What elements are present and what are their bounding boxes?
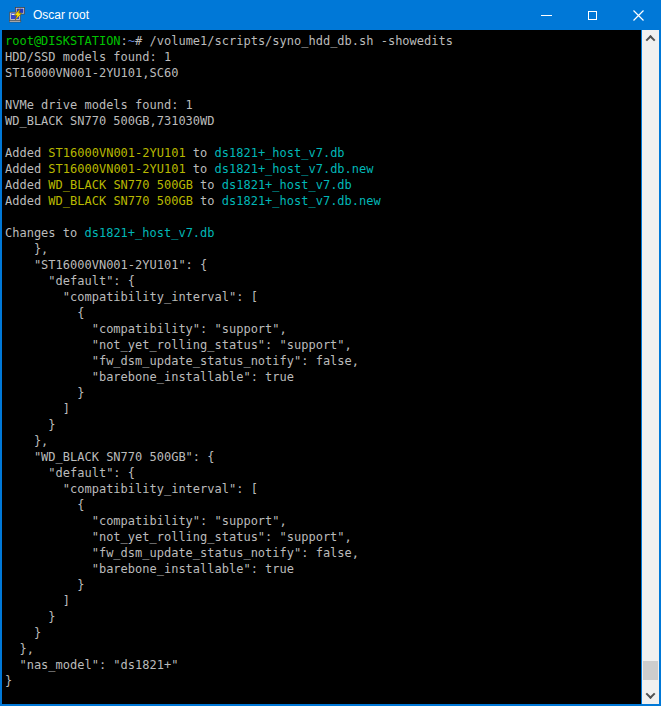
terminal-text-segment bbox=[5, 82, 12, 96]
scrollbar-down-button[interactable] bbox=[642, 687, 659, 704]
terminal-line: }, bbox=[5, 433, 641, 449]
close-button[interactable] bbox=[615, 0, 661, 30]
terminal-line: } bbox=[5, 417, 641, 433]
terminal-text-segment: "compatibility": "support", bbox=[5, 514, 287, 528]
terminal-text-segment: "not_yet_rolling_status": "support", bbox=[5, 530, 352, 544]
terminal-line: } bbox=[5, 385, 641, 401]
putty-app-icon bbox=[9, 7, 25, 23]
terminal-text-segment: } bbox=[5, 418, 56, 432]
maximize-icon bbox=[588, 11, 597, 20]
terminal-text-segment: ds1821+_host_v7.db bbox=[215, 146, 345, 160]
scrollbar-track[interactable] bbox=[642, 47, 659, 687]
titlebar[interactable]: Oscar root bbox=[0, 0, 661, 30]
terminal-text-segment: Added bbox=[5, 178, 48, 192]
terminal-text-segment: ds1821+_host_v7.db.new bbox=[222, 194, 381, 208]
terminal-text-segment: "barebone_installable": true bbox=[5, 370, 294, 384]
terminal-line: "not_yet_rolling_status": "support", bbox=[5, 529, 641, 545]
terminal-line: ST16000VN001-2YU101,SC60 bbox=[5, 65, 641, 81]
terminal-line: } bbox=[5, 577, 641, 593]
scrollbar-thumb[interactable] bbox=[643, 661, 658, 680]
scrollbar[interactable] bbox=[641, 30, 659, 704]
terminal-text-segment: ST16000VN001-2YU101,SC60 bbox=[5, 66, 178, 80]
terminal-line: } bbox=[5, 673, 641, 689]
terminal-line: "compatibility": "support", bbox=[5, 513, 641, 529]
terminal-line: Added WD_BLACK SN770 500GB to ds1821+_ho… bbox=[5, 193, 641, 209]
window-controls bbox=[523, 0, 661, 30]
terminal-text-segment: "compatibility_interval": [ bbox=[5, 290, 258, 304]
terminal-text-segment: Added bbox=[5, 194, 48, 208]
scrollbar-up-button[interactable] bbox=[642, 30, 659, 47]
terminal-text-segment: ds1821+_host_v7.db.new bbox=[215, 162, 374, 176]
terminal-line: "default": { bbox=[5, 273, 641, 289]
terminal-text-segment: WD_BLACK SN770 500GB,731030WD bbox=[5, 114, 215, 128]
terminal-line: "barebone_installable": true bbox=[5, 369, 641, 385]
terminal-line: { bbox=[5, 305, 641, 321]
terminal-text-segment: } bbox=[5, 578, 84, 592]
terminal-text-segment: } bbox=[5, 610, 56, 624]
terminal-line: }, bbox=[5, 241, 641, 257]
terminal-line: "ST16000VN001-2YU101": { bbox=[5, 257, 641, 273]
terminal-line: }, bbox=[5, 641, 641, 657]
terminal-line: HDD/SSD models found: 1 bbox=[5, 49, 641, 65]
terminal-output[interactable]: root@DISKSTATION:~# /volume1/scripts/syn… bbox=[2, 30, 641, 704]
terminal-line: Added WD_BLACK SN770 500GB to ds1821+_ho… bbox=[5, 177, 641, 193]
terminal-line: "compatibility": "support", bbox=[5, 321, 641, 337]
terminal-text-segment: ST16000VN001-2YU101 bbox=[48, 146, 185, 160]
maximize-button[interactable] bbox=[569, 0, 615, 30]
terminal-line: root@DISKSTATION:~# /volume1/scripts/syn… bbox=[5, 33, 641, 49]
window-body: root@DISKSTATION:~# /volume1/scripts/syn… bbox=[0, 30, 661, 706]
terminal-text-segment: "not_yet_rolling_status": "support", bbox=[5, 338, 352, 352]
terminal-line: Changes to ds1821+_host_v7.db bbox=[5, 225, 641, 241]
terminal-text-segment: HDD/SSD models found: 1 bbox=[5, 50, 171, 64]
terminal-text-segment bbox=[5, 210, 12, 224]
terminal-text-segment: : bbox=[121, 34, 128, 48]
terminal-line: Added ST16000VN001-2YU101 to ds1821+_hos… bbox=[5, 145, 641, 161]
terminal-text-segment: Changes to bbox=[5, 226, 84, 240]
terminal-line: ] bbox=[5, 401, 641, 417]
terminal-text-segment bbox=[5, 130, 12, 144]
terminal-text-segment: to bbox=[193, 194, 222, 208]
terminal-text-segment: } bbox=[5, 674, 12, 688]
terminal-text-segment: ds1821+_host_v7.db bbox=[84, 226, 214, 240]
terminal-line: "barebone_installable": true bbox=[5, 561, 641, 577]
terminal-text-segment: # /volume1/scripts/syno_hdd_db.sh -showe… bbox=[135, 34, 453, 48]
terminal-text-segment: ~ bbox=[128, 34, 135, 48]
close-icon bbox=[633, 10, 644, 21]
terminal-text-segment: } bbox=[5, 386, 84, 400]
terminal-line: } bbox=[5, 609, 641, 625]
terminal-text-segment: "ST16000VN001-2YU101": { bbox=[5, 258, 207, 272]
terminal-text-segment: ds1821+_host_v7.db bbox=[222, 178, 352, 192]
terminal-line: "compatibility_interval": [ bbox=[5, 289, 641, 305]
minimize-button[interactable] bbox=[523, 0, 569, 30]
terminal-text-segment: WD_BLACK SN770 500GB bbox=[48, 194, 193, 208]
terminal-text-segment: to bbox=[186, 146, 215, 160]
terminal-line bbox=[5, 81, 641, 97]
terminal-line: "nas_model": "ds1821+" bbox=[5, 657, 641, 673]
terminal-text-segment: "fw_dsm_update_status_notify": false, bbox=[5, 354, 359, 368]
terminal-line: "compatibility_interval": [ bbox=[5, 481, 641, 497]
terminal-text-segment: to bbox=[193, 178, 222, 192]
terminal-text-segment: }, bbox=[5, 242, 48, 256]
terminal-text-segment: Added bbox=[5, 146, 48, 160]
terminal-line: { bbox=[5, 497, 641, 513]
terminal-text-segment: "nas_model": "ds1821+" bbox=[5, 658, 178, 672]
terminal-text-segment: "barebone_installable": true bbox=[5, 562, 294, 576]
terminal-line: Added ST16000VN001-2YU101 to ds1821+_hos… bbox=[5, 161, 641, 177]
terminal-text-segment: "compatibility": "support", bbox=[5, 322, 287, 336]
terminal-line: WD_BLACK SN770 500GB,731030WD bbox=[5, 113, 641, 129]
terminal-text-segment: Added bbox=[5, 162, 48, 176]
terminal-text-segment: root@DISKSTATION bbox=[5, 34, 121, 48]
terminal-text-segment: "fw_dsm_update_status_notify": false, bbox=[5, 546, 359, 560]
terminal-text-segment: { bbox=[5, 498, 84, 512]
terminal-line: "fw_dsm_update_status_notify": false, bbox=[5, 545, 641, 561]
terminal-text-segment: { bbox=[5, 306, 84, 320]
terminal-text-segment: ] bbox=[5, 402, 70, 416]
terminal-text-segment: }, bbox=[5, 642, 34, 656]
terminal-text-segment: WD_BLACK SN770 500GB bbox=[48, 178, 193, 192]
terminal-text-segment: "default": { bbox=[5, 274, 135, 288]
terminal-line: ] bbox=[5, 593, 641, 609]
terminal-line: "fw_dsm_update_status_notify": false, bbox=[5, 353, 641, 369]
chevron-up-icon bbox=[646, 35, 656, 45]
terminal-text-segment: }, bbox=[5, 434, 48, 448]
terminal-text-segment: "WD_BLACK SN770 500GB": { bbox=[5, 450, 215, 464]
